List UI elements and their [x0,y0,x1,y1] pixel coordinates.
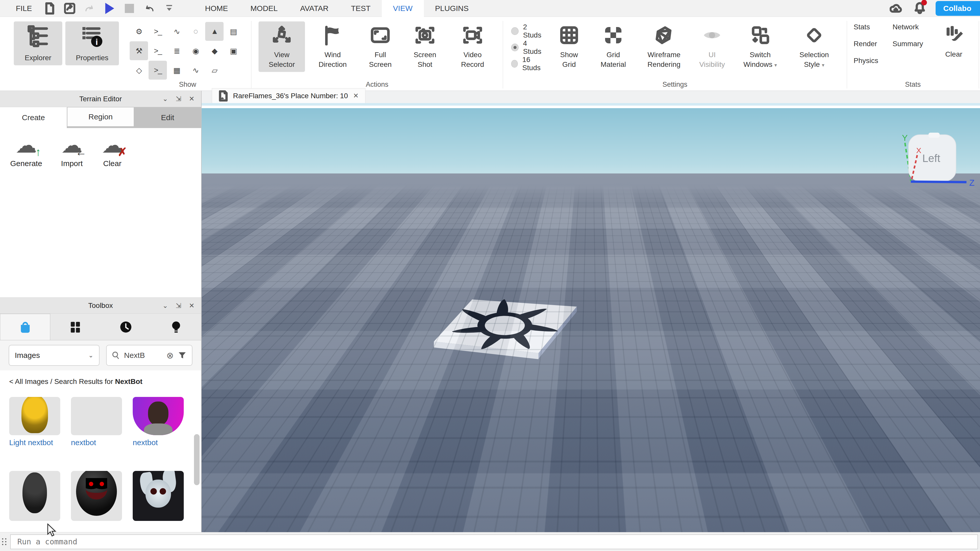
decal-part[interactable] [418,284,597,386]
explorer-button[interactable]: Explorer [14,21,62,65]
team-create-icon[interactable]: ◉ [186,41,205,60]
find-results-icon[interactable]: ◌ [186,22,205,41]
toolbox-tab-inventory[interactable] [50,314,100,340]
place-document-tab[interactable]: RareFlames_36's Place Number: 10 ✕ [212,88,366,103]
toolbox-header[interactable]: Toolbox ⌄ ⇲ ✕ [0,297,201,314]
redo-icon[interactable] [83,2,96,15]
category-dropdown[interactable]: Images ⌄ [9,345,100,366]
tab-model[interactable]: MODEL [239,0,289,17]
selection-style-button[interactable]: Selection Style ▾ [789,21,840,72]
toolbox-icon[interactable]: ⚒ [130,41,148,60]
properties-button[interactable]: i Properties [65,21,119,65]
physics-link[interactable]: Physics [854,57,878,65]
asset-card[interactable] [133,471,184,521]
publish-icon[interactable] [63,2,76,15]
asset-card[interactable] [71,471,122,521]
tab-close-icon[interactable]: ✕ [353,92,359,100]
ui-visibility-button[interactable]: UI Visibility [692,21,732,72]
stop-button-icon[interactable] [123,2,136,15]
asset-card[interactable] [9,471,60,521]
toolbar-options-chevron-icon[interactable] [162,2,176,15]
float-windows-icon[interactable]: ▱ [205,61,224,79]
command-line-icon[interactable]: >_ [148,61,167,79]
show-grid-button[interactable]: Show Grid [550,21,588,72]
asset-card[interactable]: Light nextbot [9,397,60,447]
breadcrumb[interactable]: < All Images / Search Results for NextBo… [0,370,201,386]
object-browser-icon[interactable]: ◇ [130,61,148,79]
micro-profiler-icon[interactable]: ∿ [186,61,205,79]
command-bar-drag-handle[interactable] [2,538,9,545]
radio-2-studs-circle[interactable] [511,27,519,35]
script-analysis-icon[interactable]: ▤ [224,22,242,41]
clear-search-icon[interactable]: ⊗ [166,350,174,360]
thumbnail-image[interactable] [133,471,184,521]
wireframe-rendering-button[interactable]: Wireframe Rendering [638,21,690,72]
stats-window-icon[interactable]: ▦ [167,61,186,79]
terrain-editor-header[interactable]: Terrain Editor ⌄ ⇲ ✕ [0,91,201,107]
command-input[interactable] [10,534,978,549]
thumbnail-image[interactable] [71,471,122,521]
terrain-close-icon[interactable]: ✕ [189,95,194,103]
command-bar-icon[interactable]: >_ [148,41,167,60]
toolbox-tab-marketplace[interactable] [0,314,50,340]
collaborate-button[interactable]: Collabo [935,1,980,16]
grid-material-button[interactable]: Grid Material [591,21,635,72]
tab-home[interactable]: HOME [194,0,239,17]
terrain-undock-icon[interactable]: ⇲ [176,95,181,103]
asset-label[interactable]: Light nextbot [9,438,60,447]
view-selector-button[interactable]: View Selector [259,21,305,72]
new-file-icon[interactable] [43,2,56,15]
full-screen-button[interactable]: Full Screen [360,21,400,72]
network-link[interactable]: Network [892,23,923,31]
screen-shot-button[interactable]: Screen Shot [404,21,446,72]
asset-manager-icon[interactable]: ⚙ [130,22,148,41]
radio-16-studs-circle[interactable] [511,60,518,68]
terrain-editor-icon[interactable]: ▲ [205,22,224,41]
radio-2-studs[interactable]: 2 Studs [511,23,546,39]
toolbox-tab-creations[interactable] [151,314,201,340]
tab-plugins[interactable]: PLUGINS [424,0,480,17]
thumbnail-image[interactable] [9,397,60,435]
switch-windows-button[interactable]: Switch Windows ▾ [735,21,786,72]
toolbox-undock-icon[interactable]: ⇲ [176,302,181,310]
search-input[interactable] [124,351,162,360]
terrain-clear-button[interactable]: ☁✗ Clear [102,136,123,168]
toolbox-tab-recent[interactable] [100,314,151,340]
clear-stats-button[interactable]: Clear [939,21,969,73]
terrain-generate-button[interactable]: ☁↑ Generate [10,136,42,168]
file-menu[interactable]: FILE [11,4,37,13]
notifications-bell-icon[interactable] [914,2,925,15]
output-icon[interactable]: >_ [148,22,167,41]
stats-link[interactable]: Stats [854,23,878,31]
thumbnail-image[interactable] [133,397,184,435]
toolbox-scrollbar[interactable] [194,434,200,485]
tab-view[interactable]: VIEW [382,0,424,17]
view-cube[interactable]: Y Left X Z [878,118,980,199]
terrain-tab-region[interactable]: Region [67,107,134,127]
radio-16-studs[interactable]: 16 Studs [511,56,546,72]
thumbnail-image[interactable] [9,471,60,521]
radio-4-studs-circle[interactable] [511,44,519,51]
task-scheduler-icon[interactable]: ≣ [167,41,186,60]
terrain-import-button[interactable]: ☁← Import [61,136,83,168]
tab-avatar[interactable]: AVATAR [289,0,340,17]
toolbox-search-box[interactable]: ⊗ [106,345,192,366]
asset-label[interactable]: nextbot [71,438,122,447]
play-button-icon[interactable] [103,2,116,15]
viewport-3d[interactable]: Y Left X Z [202,108,980,532]
view-tabs-icon[interactable]: ▣ [224,41,242,60]
cloud-sync-icon[interactable] [889,2,902,15]
toolbox-collapse-chevron-icon[interactable]: ⌄ [162,302,168,310]
terrain-tab-edit[interactable]: Edit [134,107,201,128]
thumbnail-image[interactable] [71,397,122,435]
undo-icon[interactable] [143,2,156,15]
render-link[interactable]: Render [854,40,878,48]
terrain-tab-create[interactable]: Create [0,107,67,128]
summary-link[interactable]: Summary [892,40,923,48]
tab-test[interactable]: TEST [340,0,382,17]
video-record-button[interactable]: Video Record [449,21,496,72]
radio-4-studs[interactable]: 4 Studs [511,39,546,56]
asset-card[interactable]: nextbot [133,397,184,447]
asset-card[interactable]: nextbot [71,397,122,447]
asset-label[interactable]: nextbot [133,438,184,447]
